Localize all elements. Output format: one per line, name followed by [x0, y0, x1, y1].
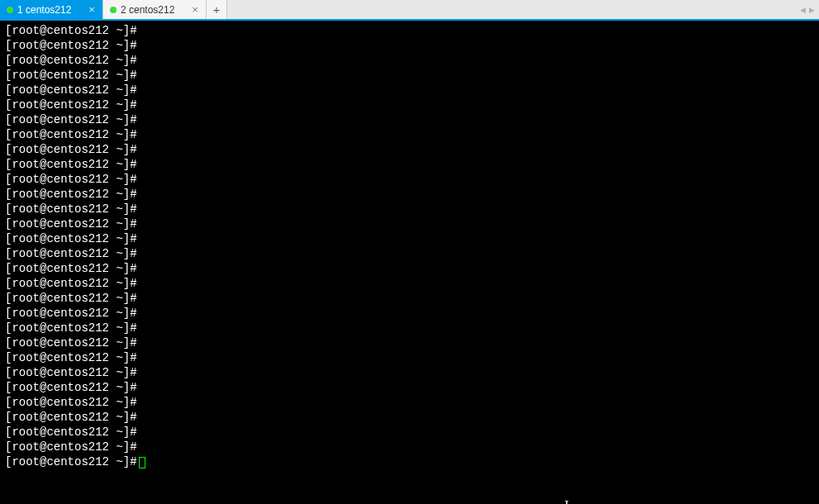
terminal-line: [root@centos212 ~]#: [5, 187, 814, 202]
terminal-line: [root@centos212 ~]#: [5, 172, 814, 187]
terminal-line: [root@centos212 ~]#: [5, 410, 814, 425]
status-dot-icon: [110, 7, 117, 13]
terminal-line: [root@centos212 ~]#: [5, 142, 814, 157]
terminal-line: [root@centos212 ~]#: [5, 68, 814, 83]
terminal-line: [root@centos212 ~]#: [5, 261, 814, 276]
terminal-line: [root@centos212 ~]#: [5, 321, 814, 335]
terminal-line: [root@centos212 ~]#: [5, 395, 814, 410]
terminal-line: [root@centos212 ~]#: [5, 276, 814, 291]
close-icon[interactable]: ×: [86, 4, 98, 16]
nav-left-icon[interactable]: ◀: [799, 6, 807, 14]
nav-right-icon[interactable]: ▶: [808, 6, 816, 14]
terminal-line: [root@centos212 ~]#: [5, 216, 814, 231]
terminal-line: [root@centos212 ~]#: [5, 23, 814, 38]
terminal-line: [root@centos212 ~]#: [5, 440, 814, 454]
tab-1-label: 1 centos212: [17, 4, 82, 16]
terminal-line: [root@centos212 ~]#: [5, 365, 814, 380]
terminal-line: [root@centos212 ~]#: [5, 97, 814, 112]
terminal-line: [root@centos212 ~]#: [5, 380, 814, 395]
close-icon[interactable]: ×: [189, 4, 201, 16]
status-dot-icon: [7, 7, 13, 13]
terminal-line: [root@centos212 ~]#: [5, 112, 814, 127]
terminal-area[interactable]: I [root@centos212 ~]#[root@centos212 ~]#…: [0, 21, 819, 504]
terminal-line: [root@centos212 ~]#: [5, 291, 814, 306]
terminal-line: [root@centos212 ~]#: [5, 38, 814, 53]
terminal-line: [root@centos212 ~]#: [5, 454, 814, 469]
tab-nav-arrows: ◀ ▶: [799, 0, 816, 19]
terminal-line: [root@centos212 ~]#: [5, 246, 814, 261]
terminal-line: [root@centos212 ~]#: [5, 202, 814, 216]
tab-2-label: 2 centos212: [121, 4, 185, 16]
terminal-line: [root@centos212 ~]#: [5, 231, 814, 246]
terminal-line: [root@centos212 ~]#: [5, 306, 814, 321]
tab-2[interactable]: 2 centos212 ×: [103, 0, 207, 19]
new-tab-button[interactable]: +: [207, 0, 227, 19]
tab-1[interactable]: 1 centos212 ×: [0, 0, 103, 19]
terminal-line: [root@centos212 ~]#: [5, 83, 814, 97]
terminal-line: [root@centos212 ~]#: [5, 335, 814, 350]
terminal-line: [root@centos212 ~]#: [5, 425, 814, 440]
terminal-line: [root@centos212 ~]#: [5, 350, 814, 365]
terminal-line: [root@centos212 ~]#: [5, 157, 814, 172]
text-cursor-icon: I: [564, 498, 569, 504]
tab-bar: 1 centos212 × 2 centos212 × + ◀ ▶: [0, 0, 819, 21]
terminal-line: [root@centos212 ~]#: [5, 53, 814, 68]
terminal-cursor: [139, 457, 145, 468]
plus-icon: +: [213, 2, 221, 17]
terminal-line: [root@centos212 ~]#: [5, 127, 814, 142]
